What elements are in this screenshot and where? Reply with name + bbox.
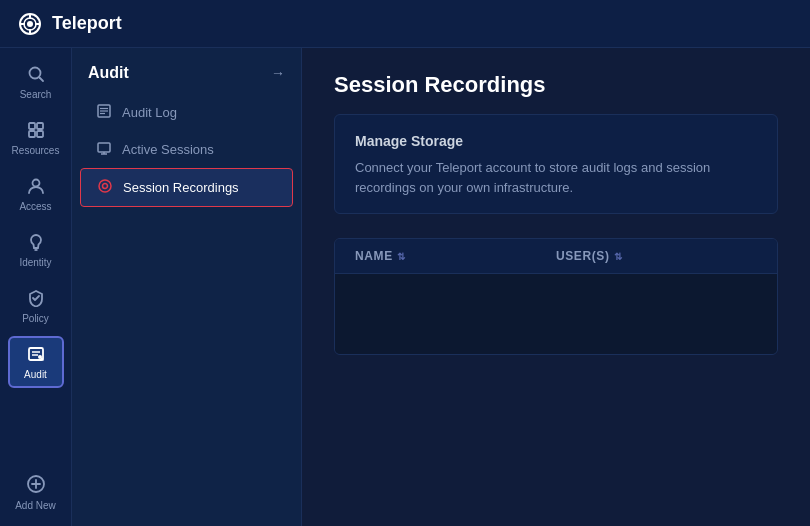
svg-point-7 (29, 67, 40, 78)
main-layout: Search Resources Access (0, 48, 810, 526)
users-sort-icon[interactable]: ⇅ (614, 251, 623, 262)
identity-icon (27, 233, 45, 254)
sidebar-item-search[interactable]: Search (8, 56, 64, 108)
svg-point-1 (27, 21, 33, 27)
audit-log-icon (96, 104, 112, 121)
table-col-users: User(s) ⇅ (556, 249, 757, 263)
sidebar-item-label-add-new: Add New (15, 500, 56, 511)
search-icon (27, 65, 45, 86)
sidebar-item-label-access: Access (19, 201, 51, 212)
submenu-item-label-session-recordings: Session Recordings (123, 180, 239, 195)
svg-point-32 (103, 184, 108, 189)
sidebar-item-resources[interactable]: Resources (8, 112, 64, 164)
sidebar-item-add-new[interactable]: Add New (8, 466, 64, 518)
submenu-audit: Audit → Audit Log (72, 48, 302, 526)
svg-rect-11 (29, 131, 35, 137)
left-nav: Search Resources Access (0, 48, 72, 526)
logo-text: Teleport (52, 13, 122, 34)
description-title: Manage Storage (355, 131, 757, 152)
svg-point-31 (99, 180, 111, 192)
name-sort-icon[interactable]: ⇅ (397, 251, 406, 262)
policy-icon (27, 289, 45, 310)
access-icon (27, 177, 45, 198)
submenu-item-active-sessions[interactable]: Active Sessions (80, 131, 293, 168)
session-recordings-icon (97, 179, 113, 196)
active-sessions-icon (96, 141, 112, 158)
sidebar-item-access[interactable]: Access (8, 168, 64, 220)
resources-icon (27, 121, 45, 142)
logo: Teleport (16, 10, 122, 38)
table-col-users-label: User(s) (556, 249, 610, 263)
sidebar-item-policy[interactable]: Policy (8, 280, 64, 332)
teleport-logo-icon (16, 10, 44, 38)
svg-point-13 (32, 179, 39, 186)
content-area: Session Recordings Manage Storage Connec… (302, 48, 810, 526)
table-header: Name ⇅ User(s) ⇅ (335, 239, 777, 274)
sidebar-item-label-identity: Identity (19, 257, 51, 268)
description-text: Connect your Teleport account to store a… (355, 158, 757, 197)
submenu-item-session-recordings[interactable]: Session Recordings (80, 168, 293, 207)
submenu-item-audit-log[interactable]: Audit Log (80, 94, 293, 131)
audit-icon (27, 345, 45, 366)
page-title: Session Recordings (334, 72, 778, 98)
sidebar-item-label-resources: Resources (12, 145, 60, 156)
submenu-collapse-icon[interactable]: → (271, 65, 285, 81)
svg-line-8 (39, 77, 43, 81)
add-new-icon (26, 474, 46, 497)
submenu-title: Audit (88, 64, 129, 82)
table-body (335, 274, 777, 354)
description-box: Manage Storage Connect your Teleport acc… (334, 114, 778, 214)
topbar: Teleport (0, 0, 810, 48)
submenu-header: Audit → (72, 64, 301, 94)
content-inner: Session Recordings Manage Storage Connec… (302, 48, 810, 379)
table-col-name: Name ⇅ (355, 249, 556, 263)
table-col-name-label: Name (355, 249, 393, 263)
svg-rect-10 (37, 123, 43, 129)
sidebar-item-identity[interactable]: Identity (8, 224, 64, 276)
svg-rect-12 (37, 131, 43, 137)
sidebar-item-label-policy: Policy (22, 313, 49, 324)
submenu-item-label-audit-log: Audit Log (122, 105, 177, 120)
svg-rect-28 (98, 143, 110, 152)
recordings-table: Name ⇅ User(s) ⇅ (334, 238, 778, 355)
svg-rect-9 (29, 123, 35, 129)
sidebar-item-label-search: Search (20, 89, 52, 100)
sidebar-item-label-audit: Audit (24, 369, 47, 380)
submenu-item-label-active-sessions: Active Sessions (122, 142, 214, 157)
sidebar-item-audit[interactable]: Audit (8, 336, 64, 388)
